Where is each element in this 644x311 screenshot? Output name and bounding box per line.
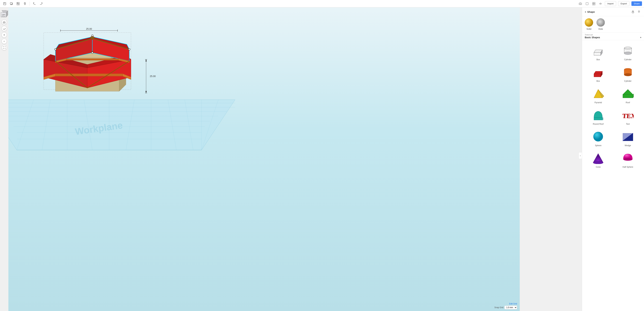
snap-grid-row: Snap Grid 1.0 mm 0.5 mm 2.0 mm (494, 306, 517, 309)
dim-arrow-down (146, 91, 147, 93)
shapes-grid-container: Box (582, 40, 644, 311)
snap-grid-label: Snap Grid (494, 306, 504, 309)
shape-panel-back-arrow[interactable]: ◂ (585, 10, 586, 13)
svg-rect-12 (594, 4, 595, 5)
svg-marker-58 (623, 89, 633, 94)
rotate-button[interactable] (2, 26, 7, 31)
toolbar: Import Export Share (0, 0, 644, 7)
canvas-area[interactable]: Workplane (8, 7, 520, 311)
mirror-icon[interactable] (598, 1, 603, 6)
svg-rect-2 (10, 2, 12, 4)
bulb-icon-button[interactable] (636, 9, 641, 14)
camera-icon[interactable] (578, 1, 583, 6)
import-button[interactable]: Import (605, 1, 616, 6)
shape-label-wedge: Wedge (625, 144, 631, 147)
hole-button[interactable]: Hole (596, 18, 605, 30)
svg-rect-5 (17, 4, 18, 5)
handle-peak[interactable] (92, 35, 93, 36)
toggle-view-button[interactable] (16, 1, 21, 6)
handle-tl[interactable] (54, 48, 56, 50)
shape-label-cone: Cone (596, 166, 601, 168)
shape-label-text: Text (626, 123, 630, 125)
new-design-button[interactable] (2, 1, 8, 6)
svg-rect-4 (18, 2, 20, 3)
edit-grid-button[interactable]: Edit Grid (509, 303, 517, 305)
shape-label-pyramid: Pyramid (594, 101, 602, 104)
view-cube[interactable]: LEFT FRONT (0, 9, 9, 18)
bottom-controls: Edit Grid Snap Grid 1.0 mm 0.5 mm 2.0 mm (494, 303, 517, 309)
duplicate-button[interactable] (9, 1, 14, 6)
svg-rect-10 (594, 2, 595, 3)
solid-label: Solid (586, 28, 592, 30)
cube-left-label: LEFT (2, 14, 5, 15)
shape-item-cylinder-orange[interactable]: Cylinder (614, 64, 642, 84)
shape-panel-header: ◂ Shape (582, 7, 644, 16)
redo-button[interactable] (38, 1, 44, 6)
toolbar-sep-1 (30, 2, 30, 6)
zoom-out-button[interactable] (2, 39, 7, 44)
undo-button[interactable] (32, 1, 37, 6)
svg-rect-51 (594, 74, 601, 77)
svg-rect-9 (592, 2, 594, 3)
export-button[interactable]: Export (618, 1, 630, 6)
svg-point-41 (638, 11, 640, 12)
svg-marker-60 (633, 94, 634, 98)
shape-icon[interactable] (585, 1, 590, 6)
home-button[interactable] (2, 19, 7, 25)
fit-all-button[interactable] (2, 45, 7, 50)
shape-item-cylinder-gray[interactable]: Cylinder (614, 42, 642, 62)
shape-item-wedge[interactable]: Wedge (614, 128, 642, 148)
shape-item-box-red[interactable]: Box (584, 64, 612, 84)
dim-text-h: 25.00 (86, 27, 92, 30)
svg-text:TEXT: TEXT (622, 113, 634, 120)
shape-icon-text: TEXT TEXT (621, 108, 634, 122)
shape-item-box-gray[interactable]: Box (584, 42, 612, 62)
shape-icon-box-red (592, 65, 605, 79)
shape-item-pyramid[interactable]: Pyramid (584, 85, 612, 105)
shape-label-box-red: Box (596, 80, 600, 82)
handle-top[interactable] (92, 52, 93, 53)
left-panel: LEFT FRONT (0, 7, 8, 311)
shape-item-round-roof[interactable]: Round Roof (584, 107, 612, 127)
library-chevron-icon: ▾ (640, 36, 641, 39)
share-button[interactable]: Share (632, 1, 642, 6)
svg-point-64 (594, 132, 603, 141)
shape-item-half-sphere[interactable]: Half Sphere (614, 150, 642, 170)
shape-item-roof[interactable]: Roof (614, 85, 642, 105)
dim-text-v: 25.00 (150, 75, 156, 77)
dim-arrow-up (146, 59, 147, 61)
cube-front-label: FRONT (2, 16, 6, 17)
lock-icon-button[interactable] (630, 9, 635, 14)
svg-rect-0 (4, 2, 6, 5)
right-panel: ◂ Shape Solid Hole Tin (582, 7, 644, 311)
tinkercad-label: Tinkercad (585, 34, 641, 36)
panel-chevron[interactable]: › (578, 152, 582, 159)
svg-point-68 (593, 161, 603, 164)
hole-icon (596, 18, 605, 27)
shape-item-sphere[interactable]: Sphere (584, 128, 612, 148)
tinkercad-section: Tinkercad Basic Shapes ▾ (582, 32, 644, 40)
shape-label-box-gray: Box (596, 58, 600, 61)
shape-label-half-sphere: Half Sphere (622, 166, 633, 168)
shape-item-cone[interactable]: Cone (584, 150, 612, 170)
shape-item-text[interactable]: TEXT TEXT Text (614, 107, 642, 127)
library-dropdown[interactable]: Basic Shapes ▾ (585, 36, 641, 39)
svg-rect-8 (586, 2, 588, 5)
toolbar-right: Import Export Share (578, 1, 642, 6)
shape-panel-title: Shape (587, 10, 629, 13)
grid-icon[interactable] (592, 1, 596, 6)
handle-tr[interactable] (128, 48, 130, 50)
snap-grid-select[interactable]: 1.0 mm 0.5 mm 2.0 mm (504, 306, 517, 309)
shape-icon-cylinder-gray (621, 44, 634, 57)
model-svg[interactable]: 25.00 25.00 (22, 11, 181, 111)
shape-icon-cone (592, 151, 605, 165)
delete-button[interactable] (22, 1, 28, 6)
svg-rect-6 (18, 4, 20, 5)
zoom-in-button[interactable] (2, 32, 7, 38)
shape-icon-wedge (621, 130, 634, 143)
main-area: LEFT FRONT (0, 7, 644, 311)
shape-icon-round-roof (592, 108, 605, 122)
svg-point-69 (623, 158, 632, 161)
solid-button[interactable]: Solid (585, 18, 593, 30)
svg-rect-3 (17, 2, 18, 3)
